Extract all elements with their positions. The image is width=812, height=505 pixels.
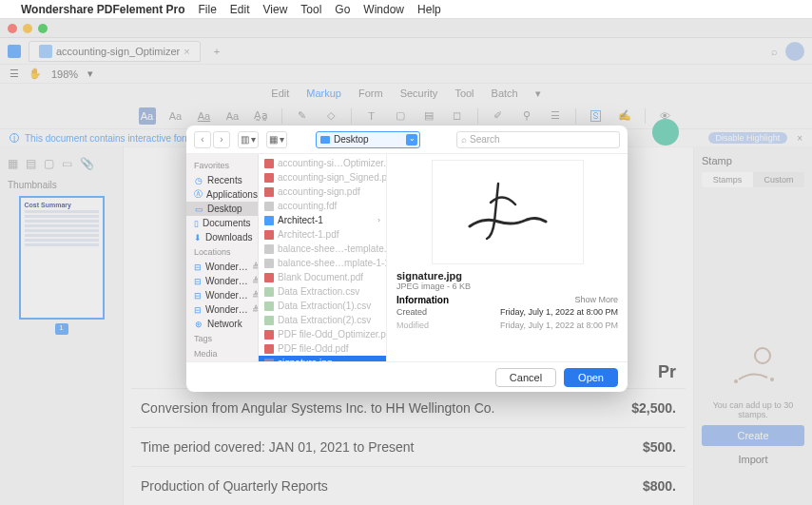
sidebar-toggle-icon[interactable]: ☰ bbox=[10, 68, 19, 80]
minimize-window-button[interactable] bbox=[23, 24, 32, 33]
file-row[interactable]: Data Extraction(2).csv bbox=[259, 313, 386, 327]
file-row[interactable]: Blank Document.pdf bbox=[259, 270, 386, 284]
open-button[interactable]: Open bbox=[564, 368, 618, 387]
sidebar-location-1[interactable]: ⊟Wonder…≜ bbox=[186, 260, 258, 274]
zoom-level[interactable]: 198% bbox=[51, 68, 78, 80]
file-row[interactable]: PDF file-Odd.pdf bbox=[259, 341, 386, 356]
menu-window[interactable]: Window bbox=[363, 3, 404, 16]
floating-action-button[interactable] bbox=[652, 119, 679, 146]
file-row[interactable]: accounting-sign.pdf bbox=[259, 185, 386, 199]
menu-edit[interactable]: Edit bbox=[230, 3, 250, 16]
menu-tool[interactable]: Tool bbox=[300, 3, 321, 16]
strikethrough-icon[interactable]: Aa bbox=[224, 107, 242, 125]
file-name: accounting-sign_Signed.pdf bbox=[278, 172, 386, 183]
page-thumbnail[interactable]: Cost Summary bbox=[19, 196, 105, 320]
cancel-button[interactable]: Cancel bbox=[495, 368, 556, 387]
batch-dropdown-icon[interactable]: ▾ bbox=[535, 87, 541, 100]
new-tab-button[interactable]: + bbox=[208, 46, 225, 57]
search-icon[interactable]: ⌕ bbox=[771, 46, 778, 57]
file-row[interactable]: Architect-1› bbox=[259, 213, 386, 227]
attachments-tab-icon[interactable]: 📎 bbox=[80, 157, 94, 170]
file-row[interactable]: Data Extraction.csv bbox=[259, 284, 386, 299]
user-avatar[interactable] bbox=[785, 42, 804, 61]
text-box-icon[interactable]: T bbox=[363, 107, 380, 125]
sidebar-location-3[interactable]: ⊟Wonder…≜ bbox=[186, 288, 258, 302]
tab-edit[interactable]: Edit bbox=[271, 87, 289, 99]
disable-highlight-button[interactable]: Disable Highlight bbox=[708, 132, 788, 144]
document-tab[interactable]: accounting-sign_Optimizer × bbox=[29, 41, 201, 62]
close-window-button[interactable] bbox=[8, 24, 17, 33]
sidebar-recents[interactable]: ◷Recents bbox=[186, 173, 258, 187]
sidebar-location-4[interactable]: ⊟Wonder…≜ bbox=[186, 302, 258, 317]
gen-icon bbox=[264, 244, 274, 254]
app-name[interactable]: Wondershare PDFelement Pro bbox=[21, 3, 185, 16]
eraser-icon[interactable]: ◇ bbox=[322, 107, 339, 125]
file-row[interactable]: PDF file-Odd_Optimizer.pdf bbox=[259, 327, 386, 341]
pin-icon[interactable]: ⚲ bbox=[518, 107, 535, 125]
annotations-tab-icon[interactable]: ▢ bbox=[44, 157, 54, 170]
show-more-link[interactable]: Show More bbox=[574, 295, 618, 305]
back-button[interactable]: ‹ bbox=[194, 131, 211, 148]
tab-tool[interactable]: Tool bbox=[454, 87, 474, 99]
file-row[interactable]: Architect-1.pdf bbox=[259, 227, 386, 242]
highlight-color-icon[interactable]: Aa bbox=[139, 107, 156, 125]
tab-form[interactable]: Form bbox=[358, 87, 383, 99]
stamp-segmented-control[interactable]: Stamps Custom bbox=[702, 172, 804, 187]
pdf-icon bbox=[264, 187, 274, 197]
signature-icon[interactable]: ✍ bbox=[616, 107, 633, 125]
shapes-icon[interactable]: ◻ bbox=[449, 107, 466, 125]
tab-markup[interactable]: Markup bbox=[306, 87, 341, 99]
fields-tab-icon[interactable]: ▭ bbox=[62, 157, 72, 170]
text-style-1-icon[interactable]: Aa bbox=[167, 107, 184, 125]
search-field[interactable]: ⌕ Search bbox=[456, 131, 620, 148]
preview-filename: signature.jpg bbox=[396, 270, 618, 282]
create-stamp-button[interactable]: Create bbox=[702, 425, 804, 446]
view-columns-button[interactable]: ▥ ▾ bbox=[238, 131, 259, 148]
sidebar-applications[interactable]: ⒶApplications bbox=[186, 187, 258, 202]
file-row[interactable]: Data Extraction(1).csv bbox=[259, 299, 386, 313]
info-modified: Modified Friday, July 1, 2022 at 8:00 PM bbox=[396, 319, 618, 332]
stamp-icon[interactable]: 🅂 bbox=[588, 107, 605, 125]
thumbnails-tab-icon[interactable]: ▦ bbox=[8, 157, 18, 170]
file-list[interactable]: accounting-si…Optimizer.pdfaccounting-si… bbox=[259, 154, 387, 361]
sidebar-downloads[interactable]: ⬇Downloads bbox=[186, 230, 258, 244]
menu-view[interactable]: View bbox=[263, 3, 288, 16]
highlighter-icon[interactable]: ✎ bbox=[294, 107, 311, 125]
pencil-icon[interactable]: ✐ bbox=[490, 107, 507, 125]
hand-tool-icon[interactable]: ✋ bbox=[29, 68, 42, 80]
sidebar-desktop[interactable]: ▭Desktop bbox=[186, 202, 258, 216]
squiggly-icon[interactable]: A̰a̰ bbox=[253, 107, 270, 125]
import-stamp-button[interactable]: Import bbox=[702, 449, 804, 470]
location-selector[interactable]: Desktop ⌄ bbox=[316, 131, 420, 148]
doc-text: Time period covered: JAN 01, 2021 to Pre… bbox=[141, 439, 414, 455]
close-tab-icon[interactable]: × bbox=[184, 46, 189, 57]
bookmarks-tab-icon[interactable]: ▤ bbox=[26, 157, 36, 170]
measure-icon[interactable]: ☰ bbox=[547, 107, 564, 125]
file-row[interactable]: balance-shee…-template.fdf bbox=[259, 242, 386, 256]
sidebar-network[interactable]: ⊛Network bbox=[186, 317, 258, 331]
forward-button[interactable]: › bbox=[213, 131, 230, 148]
menu-help[interactable]: Help bbox=[417, 3, 441, 16]
sidebar-documents[interactable]: ▯Documents bbox=[186, 216, 258, 230]
download-icon: ⬇ bbox=[194, 233, 202, 243]
maximize-window-button[interactable] bbox=[38, 24, 48, 33]
seg-stamps[interactable]: Stamps bbox=[702, 172, 753, 187]
underline-icon[interactable]: Aa bbox=[196, 107, 213, 125]
file-row[interactable]: accounting-si…Optimizer.pdf bbox=[259, 156, 386, 170]
file-preview: signature.jpg JPEG image - 6 KB Informat… bbox=[387, 154, 628, 361]
sidebar-location-2[interactable]: ⊟Wonder…≜ bbox=[186, 274, 258, 288]
menu-go[interactable]: Go bbox=[335, 3, 350, 16]
note-icon[interactable]: ▤ bbox=[420, 107, 437, 125]
menu-file[interactable]: File bbox=[199, 3, 217, 16]
file-row[interactable]: balance-shee…mplate-1-1.fdf bbox=[259, 256, 386, 270]
file-row[interactable]: accounting-sign_Signed.pdf bbox=[259, 170, 386, 185]
location-dropdown-icon[interactable]: ⌄ bbox=[406, 134, 417, 146]
file-row[interactable]: accounting.fdf bbox=[259, 199, 386, 213]
tab-batch[interactable]: Batch bbox=[492, 87, 518, 99]
callout-icon[interactable]: ▢ bbox=[392, 107, 409, 125]
view-grid-button[interactable]: ▦ ▾ bbox=[266, 131, 287, 148]
zoom-dropdown-icon[interactable]: ▾ bbox=[87, 68, 93, 80]
tab-security[interactable]: Security bbox=[400, 87, 438, 99]
close-banner-icon[interactable]: × bbox=[797, 133, 802, 144]
seg-custom[interactable]: Custom bbox=[753, 172, 804, 187]
